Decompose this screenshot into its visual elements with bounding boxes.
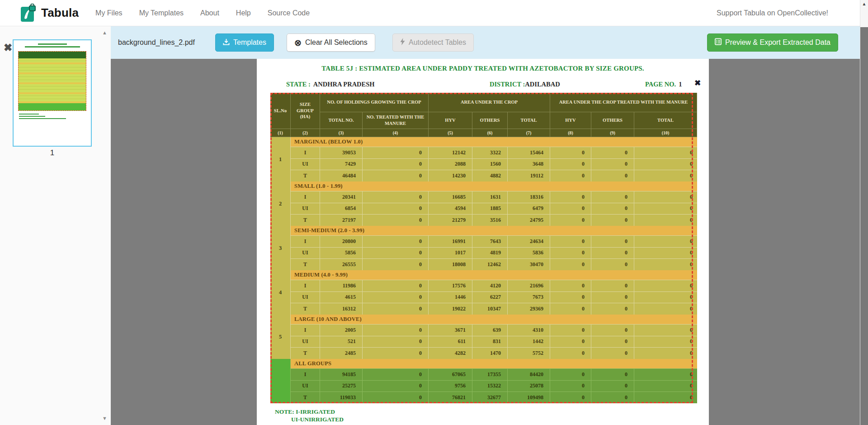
thumbnail-table-header — [19, 52, 86, 58]
sidebar-scroll-down-icon[interactable]: ▼ — [102, 415, 107, 421]
clear-all-selections-button[interactable]: ⊗ Clear All Selections — [287, 33, 375, 52]
thumbnail-title-line — [38, 43, 67, 45]
pdf-page: TABLE 5J : ESTIMATED AREA UNDER PADDY TR… — [257, 59, 709, 425]
main-scrollbar: ▲ — [860, 0, 868, 425]
preview-export-button[interactable]: Preview & Export Extracted Data — [707, 33, 838, 52]
nav-item-help[interactable]: Help — [236, 9, 251, 17]
sidebar-scroll-up-icon[interactable]: ▲ — [102, 30, 107, 35]
templates-icon — [223, 38, 230, 47]
selection-rectangle[interactable] — [270, 93, 693, 403]
remove-file-icon[interactable]: ✖ — [4, 43, 12, 53]
nav-item-about[interactable]: About — [200, 9, 219, 17]
lightning-icon — [400, 38, 405, 47]
autodetect-tables-button[interactable]: Autodetect Tables — [392, 33, 474, 52]
thumbnail-title-line — [25, 46, 80, 48]
support-link[interactable]: Support Tabula on OpenCollective! — [717, 9, 828, 17]
page-thumbnail-sidebar: ✖ 1 ▲ ▼ — [0, 26, 111, 425]
thumbnail-total-rows — [19, 103, 86, 110]
spreadsheet-icon — [715, 38, 722, 47]
nav-item-my-templates[interactable]: My Templates — [139, 9, 184, 17]
main-scrollbar-thumb[interactable] — [860, 27, 868, 425]
toolbar: background_lines_2.pdf Templates ⊗ Clear… — [111, 26, 860, 59]
note-line-1: NOTE: I-IRRIGATED — [275, 408, 335, 415]
district-line: DISTRICT :ADILABAD — [490, 81, 560, 89]
thumbnail-table-preview — [18, 51, 86, 111]
thumbnail-page-number: 1 — [13, 148, 92, 158]
selection-close-icon[interactable]: ✖ — [694, 79, 701, 87]
file-name: background_lines_2.pdf — [118, 26, 195, 59]
page-thumbnail[interactable] — [13, 39, 92, 147]
page-no-line: PAGE NO.1 — [645, 81, 682, 89]
state-line: STATE :ANDHRA PRADESH — [286, 81, 375, 89]
document-title: TABLE 5J : ESTIMATED AREA UNDER PADDY TR… — [257, 65, 709, 72]
note-line-2: UI-UNIRRIGATED — [291, 416, 344, 423]
top-navbar: Tabula My Files My Templates About Help … — [0, 0, 860, 26]
nav-item-my-files[interactable]: My Files — [95, 9, 123, 17]
templates-button[interactable]: Templates — [215, 33, 274, 52]
pdf-viewer-area: TABLE 5J : ESTIMATED AREA UNDER PADDY TR… — [111, 59, 860, 425]
main-scroll-up-icon[interactable]: ▲ — [860, 1, 868, 6]
brand-title[interactable]: Tabula — [41, 6, 79, 20]
clear-circle-icon: ⊗ — [294, 38, 302, 47]
tabula-logo-icon[interactable] — [20, 4, 37, 23]
nav-item-source-code[interactable]: Source Code — [268, 9, 310, 17]
